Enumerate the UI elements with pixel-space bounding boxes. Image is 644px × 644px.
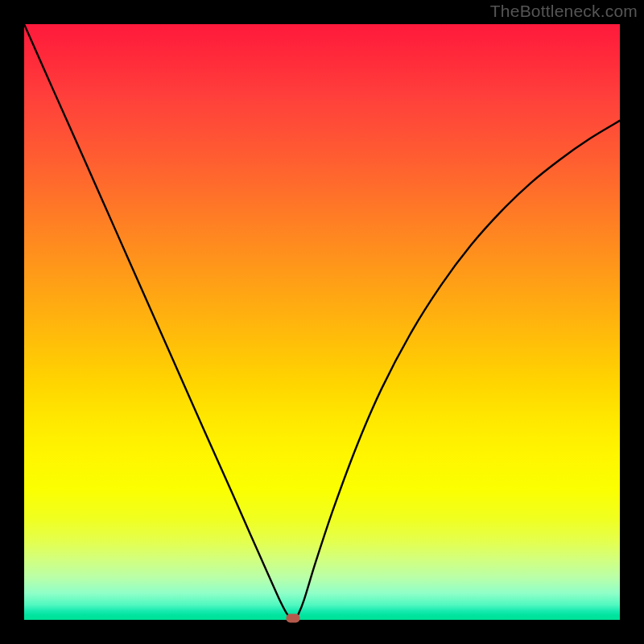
bottleneck-curve <box>24 24 620 620</box>
watermark-text: TheBottleneck.com <box>490 2 638 21</box>
optimal-point-marker <box>287 613 300 622</box>
plot-background-gradient <box>24 24 620 620</box>
